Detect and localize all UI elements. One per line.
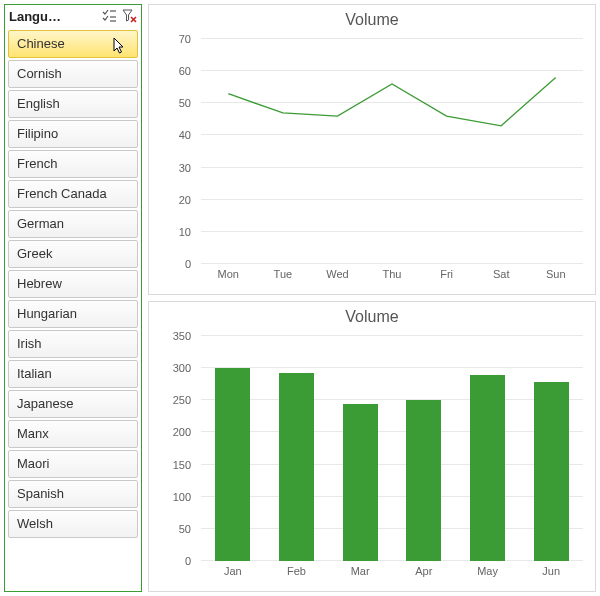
slicer-item-french[interactable]: French	[8, 150, 138, 178]
x-tick-label: May	[456, 565, 520, 585]
plot-area	[201, 336, 583, 561]
slicer-item-japanese[interactable]: Japanese	[8, 390, 138, 418]
y-axis-ticks: 010203040506070	[149, 39, 197, 264]
slicer-item-french-canada[interactable]: French Canada	[8, 180, 138, 208]
slicer-item-hungarian[interactable]: Hungarian	[8, 300, 138, 328]
y-tick-label: 150	[173, 459, 191, 471]
x-tick-label: Feb	[265, 565, 329, 585]
y-tick-label: 200	[173, 426, 191, 438]
x-axis-ticks: MonTueWedThuFriSatSun	[201, 268, 583, 288]
y-axis-ticks: 050100150200250300350	[149, 336, 197, 561]
bar	[343, 404, 378, 562]
y-tick-label: 0	[185, 258, 191, 270]
slicer-item-filipino[interactable]: Filipino	[8, 120, 138, 148]
multiselect-icon[interactable]	[101, 8, 117, 24]
y-tick-label: 50	[179, 97, 191, 109]
plot-area	[201, 39, 583, 264]
grid-line	[201, 528, 583, 529]
x-tick-label: Fri	[419, 268, 474, 288]
slicer-item-italian[interactable]: Italian	[8, 360, 138, 388]
grid-line	[201, 431, 583, 432]
slicer-item-manx[interactable]: Manx	[8, 420, 138, 448]
chart-title: Volume	[149, 302, 595, 326]
slicer-item-english[interactable]: English	[8, 90, 138, 118]
y-tick-label: 100	[173, 491, 191, 503]
slicer-item-spanish[interactable]: Spanish	[8, 480, 138, 508]
bar	[470, 375, 505, 561]
bar	[406, 400, 441, 561]
x-tick-label: Jan	[201, 565, 265, 585]
clearfilter-icon[interactable]	[121, 8, 137, 24]
x-tick-label: Tue	[256, 268, 311, 288]
cursor-icon	[113, 37, 127, 58]
slicer-item-chinese[interactable]: Chinese	[8, 30, 138, 58]
bar	[279, 373, 314, 561]
bar-chart-volume[interactable]: Volume 050100150200250300350 JanFebMarAp…	[148, 301, 596, 592]
slicer-item-maori[interactable]: Maori	[8, 450, 138, 478]
grid-line	[201, 464, 583, 465]
x-axis-ticks: JanFebMarAprMayJun	[201, 565, 583, 585]
bar	[534, 382, 569, 561]
grid-line	[201, 560, 583, 561]
grid-line	[201, 335, 583, 336]
x-tick-label: Wed	[310, 268, 365, 288]
x-tick-label: Jun	[519, 565, 583, 585]
grid-line	[201, 496, 583, 497]
slicer-item-hebrew[interactable]: Hebrew	[8, 270, 138, 298]
x-tick-label: Apr	[392, 565, 456, 585]
slicer-body: ChineseCornishEnglishFilipinoFrenchFrenc…	[5, 27, 141, 591]
slicer-item-greek[interactable]: Greek	[8, 240, 138, 268]
x-tick-label: Sat	[474, 268, 529, 288]
x-tick-label: Mar	[328, 565, 392, 585]
y-tick-label: 0	[185, 555, 191, 567]
x-tick-label: Mon	[201, 268, 256, 288]
slicer-title: Langu…	[9, 9, 97, 24]
x-tick-label: Thu	[365, 268, 420, 288]
y-tick-label: 50	[179, 523, 191, 535]
x-tick-label: Sun	[528, 268, 583, 288]
y-tick-label: 300	[173, 362, 191, 374]
chart-title: Volume	[149, 5, 595, 29]
y-tick-label: 350	[173, 330, 191, 342]
slicer-item-german[interactable]: German	[8, 210, 138, 238]
y-tick-label: 20	[179, 194, 191, 206]
slicer-header: Langu…	[5, 5, 141, 27]
grid-line	[201, 367, 583, 368]
charts-column: Volume 010203040506070 MonTueWedThuFriSa…	[148, 0, 600, 596]
line-chart-volume[interactable]: Volume 010203040506070 MonTueWedThuFriSa…	[148, 4, 596, 295]
language-slicer: Langu… ChineseCornishEnglishFilipinoFren…	[4, 4, 142, 592]
bar	[215, 368, 250, 561]
slicer-item-cornish[interactable]: Cornish	[8, 60, 138, 88]
y-tick-label: 40	[179, 129, 191, 141]
slicer-item-welsh[interactable]: Welsh	[8, 510, 138, 538]
y-tick-label: 30	[179, 162, 191, 174]
slicer-item-irish[interactable]: Irish	[8, 330, 138, 358]
grid-line	[201, 399, 583, 400]
y-tick-label: 60	[179, 65, 191, 77]
line-series	[201, 39, 583, 264]
y-tick-label: 10	[179, 226, 191, 238]
y-tick-label: 70	[179, 33, 191, 45]
y-tick-label: 250	[173, 394, 191, 406]
